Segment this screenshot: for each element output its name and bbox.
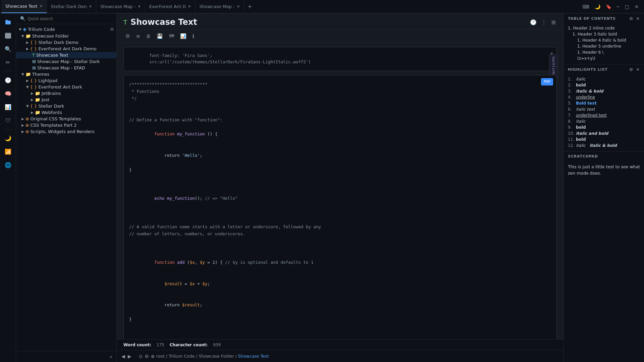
wifi-icon-btn[interactable]: 📶 — [2, 145, 14, 158]
highlight-item-3[interactable]: 3.italic & bold — [568, 88, 640, 94]
toc-settings-icon[interactable]: ⚙ — [629, 16, 633, 21]
chart-icon-btn[interactable]: 📊 — [2, 101, 14, 113]
align-left-toolbar-btn[interactable]: ≡ — [134, 32, 142, 41]
breadcrumb-showcase-folder[interactable]: Showcase Folder — [199, 354, 234, 359]
map-toolbar-btn[interactable]: 🗺 — [167, 32, 176, 41]
highlight-item-12[interactable]: 12.italic italic & bold — [568, 142, 640, 148]
moon-icon-btn[interactable]: 🌙 — [2, 132, 14, 144]
highlight-item-7[interactable]: 7.underlined text — [568, 112, 640, 118]
highlight-item-5[interactable]: 5.Bold text — [568, 100, 640, 106]
align-right-toolbar-btn[interactable]: ≣ — [144, 32, 153, 41]
minimize-icon[interactable]: ─ — [615, 3, 621, 10]
toc-item-4[interactable]: 1. Header 5 underline — [568, 43, 640, 49]
tree-item-showcase-map-stellar[interactable]: ⊞ Showcase Map - Stellar Dark — [16, 58, 116, 65]
info-toolbar-btn[interactable]: ℹ — [191, 32, 197, 41]
code-line — [129, 216, 551, 223]
word-count-label: Word count: — [123, 343, 151, 347]
history-icon[interactable]: 🕐 — [529, 18, 538, 26]
more-options-icon[interactable]: ⋮ — [540, 18, 548, 26]
tree-item-original-css[interactable]: ▶ ⊛ Original CSS Templates — [16, 116, 116, 122]
collapse-icon[interactable]: ⊟ — [110, 27, 114, 32]
maximize-icon[interactable]: □ — [624, 3, 631, 10]
tab-showcase-text[interactable]: Showcase Text ✕ — [1, 0, 47, 13]
highlight-item-4[interactable]: 4.underline — [568, 94, 640, 100]
tab-everforest[interactable]: EverForest Ant D ✕ — [145, 0, 196, 13]
tree-item-trilium-code[interactable]: ▼ ◈ Trilium Code ⊟ — [16, 25, 116, 33]
tab-stellar-dark-den[interactable]: Stellar Dark Den ✕ — [47, 0, 96, 13]
chevron-down-icon: ▼ — [21, 72, 24, 76]
files-icon-btn[interactable] — [2, 16, 14, 28]
toc-close-icon[interactable]: ✕ — [636, 16, 640, 21]
save-toolbar-btn[interactable]: 💾 — [155, 32, 165, 41]
breadcrumb-navigation: ◀ ▶ — [121, 353, 132, 360]
toc-item-1[interactable]: 1. Header 2 inline code — [568, 25, 640, 31]
toc-item-2[interactable]: 1. Header 3 italic bold — [568, 31, 640, 37]
highlight-item-9[interactable]: 9.bold — [568, 124, 640, 130]
new-tab-button[interactable]: + — [244, 3, 255, 10]
theme-toggle-icon[interactable]: 🌙 — [593, 3, 602, 10]
php-tag-button[interactable]: PHP — [541, 78, 553, 86]
breadcrumb-back-button[interactable]: ◀ — [121, 353, 126, 360]
chevron-right-icon: ▶ — [26, 79, 29, 82]
expand-icon[interactable]: ⊞ — [550, 18, 557, 26]
toc-item-6[interactable]: (z=x+y\) — [568, 55, 640, 61]
highlight-item-2[interactable]: 2.bold — [568, 82, 640, 88]
highlights-list: 1.italic 2.bold 3.italic & bold 4.underl… — [564, 75, 644, 151]
close-window-icon[interactable]: ✕ — [633, 3, 640, 10]
tree-item-jost[interactable]: ▶ 📁 Jost — [16, 97, 116, 103]
tab-close-icon[interactable]: ✕ — [138, 4, 141, 9]
editor-content[interactable]: PHP /****************************** * Fu… — [117, 75, 564, 340]
tree-item-everforest-ant-dark[interactable]: ▼ { } EverForest Ant Dark — [16, 84, 116, 90]
search-input[interactable] — [28, 16, 112, 21]
highlight-item-1[interactable]: 1.italic — [568, 76, 640, 82]
php-code-editor[interactable]: PHP /****************************** * Fu… — [123, 75, 557, 340]
toc-item-5[interactable]: 1. Header 6 \ — [568, 49, 640, 55]
chart-toolbar-btn[interactable]: 📊 — [178, 32, 189, 41]
highlights-close-icon[interactable]: ✕ — [636, 67, 640, 72]
history-icon-btn[interactable]: 🕐 — [2, 74, 14, 86]
breadcrumb-settings-icon[interactable]: ⚙ — [145, 354, 149, 359]
edit-icon-btn[interactable]: ✏️ — [2, 56, 14, 68]
tree-item-stellar-dark[interactable]: ▼ { } Stellar Dark — [16, 103, 116, 109]
highlight-item-11[interactable]: 11.bold — [568, 136, 640, 142]
tab-close-icon[interactable]: ✕ — [188, 4, 191, 9]
collapse-sidebar-button[interactable]: « — [109, 354, 112, 359]
breadcrumb-showcase-text[interactable]: Showcase Text — [238, 354, 269, 359]
tree-item-scripts[interactable]: ▶ ⊛ Scripts, Widgets and Renders — [16, 128, 116, 135]
scratchpad-content[interactable]: This is just a little test to see what z… — [564, 161, 644, 362]
brain-icon-btn[interactable]: 🧠 — [2, 87, 14, 100]
tree-item-lightpad[interactable]: ▶ { } Lightpad — [16, 77, 116, 84]
calendar-icon-btn[interactable] — [2, 29, 14, 42]
keyboard-icon[interactable]: ⌨ — [581, 3, 590, 10]
tree-item-jetbrains[interactable]: ▶ 📁 JetBrains — [16, 90, 116, 97]
tree-item-showcase-folder[interactable]: ▼ 📁 Showcase Folder — [16, 33, 116, 39]
highlight-item-8[interactable]: 8.italic — [568, 118, 640, 124]
bookmark-icon[interactable]: 🔖 — [604, 3, 613, 10]
tab-showcase-map-2[interactable]: Showcase Map - ✕ — [196, 0, 245, 13]
tab-close-icon[interactable]: ✕ — [89, 4, 92, 9]
search-icon-btn[interactable]: 🔍 — [2, 43, 14, 55]
highlight-item-6[interactable]: 6.italic text — [568, 106, 640, 112]
tree-item-everforest-demo[interactable]: ▶ { } EverForest Ant Dark Demo — [16, 46, 116, 52]
breadcrumb-config-icon[interactable]: ⊕ — [151, 354, 155, 359]
shield-icon-btn[interactable]: 🛡 — [2, 114, 14, 126]
tree-item-webfonts[interactable]: ▶ 📁 Webfonts — [16, 109, 116, 116]
toc-item-3[interactable]: 1. Header 4 italic & bold — [568, 37, 640, 43]
globe-icon-btn[interactable]: 🌐 — [2, 159, 14, 171]
breadcrumb-home-icon[interactable]: ⊙ — [139, 354, 143, 359]
tree-item-themes[interactable]: ▼ 📁 Themes — [16, 71, 116, 77]
tree-item-css-part2[interactable]: ▶ ⊛ CSS Templates Part 2 — [16, 122, 116, 128]
tab-showcase-map-1[interactable]: Showcase Map - ✕ — [96, 0, 145, 13]
breadcrumb-forward-button[interactable]: ▶ — [127, 353, 132, 360]
tree-item-showcase-text[interactable]: T Showcase Text — [16, 52, 116, 58]
code-icon: { } — [30, 46, 37, 51]
highlight-item-10[interactable]: 10.italic and bold — [568, 130, 640, 136]
settings-toolbar-btn[interactable]: ⚙ — [123, 32, 132, 41]
highlights-settings-icon[interactable]: ⚙ — [629, 67, 633, 72]
tab-close-icon[interactable]: ✕ — [39, 4, 42, 8]
tab-close-icon[interactable]: ✕ — [237, 4, 240, 9]
tree-item-showcase-map-efad[interactable]: ⊞ Showcase Map - EFAD — [16, 65, 116, 71]
breadcrumb-root[interactable]: root — [156, 354, 165, 359]
breadcrumb-trilium-code[interactable]: Trilium Code — [169, 354, 195, 359]
tree-item-stellar-dark-demo[interactable]: ▶ { } Stellar Dark Demo — [16, 39, 116, 46]
